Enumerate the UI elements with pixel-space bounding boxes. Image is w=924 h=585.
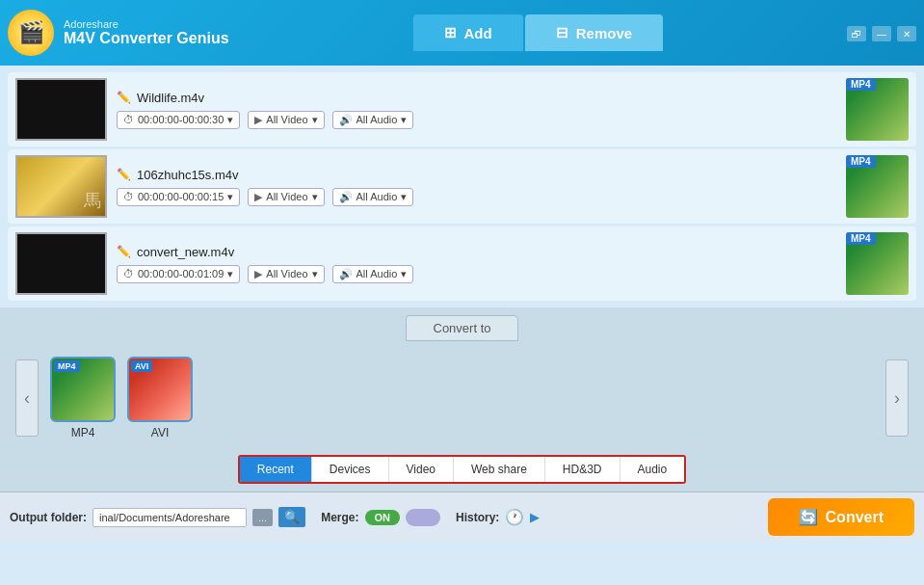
footer: Output folder: inal/Documents/Adoreshare… bbox=[0, 492, 924, 542]
chevron-down-icon: ▾ bbox=[312, 114, 318, 126]
video-icon: ▶ bbox=[254, 268, 262, 280]
audio-track-select[interactable]: 🔊 All Audio ▾ bbox=[332, 111, 414, 129]
video-track-select[interactable]: ▶ All Video ▾ bbox=[248, 188, 324, 206]
file-name-row: ✏️ convert_new.m4v bbox=[117, 245, 836, 259]
audio-icon: 🔊 bbox=[339, 114, 353, 126]
chevron-down-icon: ▾ bbox=[401, 191, 407, 203]
chevron-down-icon: ▾ bbox=[312, 268, 318, 280]
convert-icon: 🔄 bbox=[799, 508, 818, 526]
chevron-down-icon: ▾ bbox=[227, 114, 233, 126]
avi-format-icon[interactable]: AVI bbox=[127, 357, 193, 422]
format-item-avi[interactable]: AVI AVI bbox=[127, 357, 193, 439]
chevron-down-icon: ▾ bbox=[227, 191, 233, 203]
audio-track-select[interactable]: 🔊 All Audio ▾ bbox=[332, 188, 414, 206]
merge-switch[interactable] bbox=[406, 509, 440, 526]
close-button[interactable]: ✕ bbox=[897, 26, 916, 41]
format-next-button[interactable]: › bbox=[885, 359, 909, 437]
file-row: ✏️ convert_new.m4v ⏱ 00:00:00-00:01:09 ▾… bbox=[8, 226, 916, 301]
file-row: ✏️ Wildlife.m4v ⏱ 00:00:00-00:00:30 ▾ ▶ … bbox=[8, 72, 916, 146]
convert-to-bar: Convert to bbox=[8, 315, 916, 341]
format-icons: MP4 MP4 AVI AVI bbox=[39, 349, 885, 447]
file-row: 馬 ✏️ 106zhuhc15s.m4v ⏱ 00:00:00-00:00:15… bbox=[8, 149, 916, 224]
window-controls: 🗗 — ✕ bbox=[847, 24, 916, 41]
file-controls: ⏱ 00:00:00-00:01:09 ▾ ▶ All Video ▾ 🔊 Al… bbox=[117, 265, 836, 283]
add-icon: ⊞ bbox=[444, 24, 457, 41]
duration-select[interactable]: ⏱ 00:00:00-00:00:15 ▾ bbox=[117, 188, 240, 206]
tab-webshare[interactable]: Web share bbox=[454, 457, 545, 482]
tab-video[interactable]: Video bbox=[389, 457, 454, 482]
avi-badge-label: AVI bbox=[131, 360, 152, 372]
output-format-badge[interactable]: MP4 bbox=[846, 78, 909, 141]
duration-select[interactable]: ⏱ 00:00:00-00:01:09 ▾ bbox=[117, 265, 240, 283]
merge-area: Merge: ON bbox=[321, 509, 440, 526]
video-icon: ▶ bbox=[254, 114, 262, 126]
restore-button[interactable]: 🗗 bbox=[847, 26, 866, 41]
video-track-select[interactable]: ▶ All Video ▾ bbox=[248, 111, 324, 129]
clock-icon: ⏱ bbox=[123, 268, 134, 279]
file-info: ✏️ convert_new.m4v ⏱ 00:00:00-00:01:09 ▾… bbox=[117, 245, 836, 283]
file-name: Wildlife.m4v bbox=[137, 91, 204, 105]
history-arrow[interactable]: ▶ bbox=[530, 510, 540, 524]
format-item-mp4[interactable]: MP4 MP4 bbox=[50, 357, 116, 439]
chevron-down-icon: ▾ bbox=[401, 268, 407, 280]
clock-icon: ⏱ bbox=[123, 114, 134, 125]
tab-recent[interactable]: Recent bbox=[240, 457, 312, 482]
add-button[interactable]: ⊞ Add bbox=[413, 14, 523, 51]
file-list: ✏️ Wildlife.m4v ⏱ 00:00:00-00:00:30 ▾ ▶ … bbox=[0, 66, 924, 307]
edit-icon[interactable]: ✏️ bbox=[117, 168, 131, 181]
output-folder-label: Output folder: bbox=[10, 511, 87, 524]
edit-icon[interactable]: ✏️ bbox=[117, 91, 131, 104]
output-format-badge[interactable]: MP4 bbox=[846, 155, 909, 218]
output-folder-path: inal/Documents/Adoreshare bbox=[92, 508, 247, 527]
app-branding: 🎬 Adoreshare M4V Converter Genius bbox=[8, 10, 229, 56]
mp4-label: MP4 bbox=[71, 426, 95, 439]
history-icon[interactable]: 🕐 bbox=[505, 508, 524, 526]
output-format-badge[interactable]: MP4 bbox=[846, 232, 909, 295]
bottom-area: Convert to ‹ MP4 MP4 AVI AVI › Recent De… bbox=[0, 307, 924, 492]
search-folder-button[interactable]: 🔍 bbox=[278, 507, 305, 527]
audio-icon: 🔊 bbox=[339, 191, 353, 203]
chevron-down-icon: ▾ bbox=[312, 191, 318, 203]
file-info: ✏️ 106zhuhc15s.m4v ⏱ 00:00:00-00:00:15 ▾… bbox=[117, 168, 836, 206]
avi-label: AVI bbox=[151, 426, 169, 439]
merge-label: Merge: bbox=[321, 511, 358, 524]
chevron-down-icon: ▾ bbox=[227, 268, 233, 280]
audio-icon: 🔊 bbox=[339, 268, 353, 280]
chevron-down-icon: ▾ bbox=[401, 114, 407, 126]
file-controls: ⏱ 00:00:00-00:00:15 ▾ ▶ All Video ▾ 🔊 Al… bbox=[117, 188, 836, 206]
edit-icon[interactable]: ✏️ bbox=[117, 245, 131, 258]
file-thumbnail bbox=[15, 232, 107, 295]
mp4-badge-label: MP4 bbox=[54, 360, 80, 372]
app-logo: 🎬 bbox=[8, 10, 54, 56]
file-controls: ⏱ 00:00:00-00:00:30 ▾ ▶ All Video ▾ 🔊 Al… bbox=[117, 111, 836, 129]
format-prev-button[interactable]: ‹ bbox=[15, 359, 39, 437]
category-tabs: Recent Devices Video Web share HD&3D Aud… bbox=[238, 455, 686, 484]
remove-icon: ⊟ bbox=[556, 24, 568, 41]
file-name-row: ✏️ Wildlife.m4v bbox=[117, 91, 836, 105]
remove-button[interactable]: ⊟ Remove bbox=[525, 14, 663, 51]
file-thumbnail: 馬 bbox=[15, 155, 107, 218]
tab-hd3d[interactable]: HD&3D bbox=[545, 457, 620, 482]
duration-select[interactable]: ⏱ 00:00:00-00:00:30 ▾ bbox=[117, 111, 240, 129]
main-toolbar: ⊞ Add ⊟ Remove bbox=[413, 14, 664, 51]
browse-button[interactable]: ... bbox=[252, 509, 273, 526]
video-icon: ▶ bbox=[254, 191, 262, 203]
convert-button[interactable]: 🔄 Convert bbox=[768, 498, 914, 536]
minimize-button[interactable]: — bbox=[872, 26, 891, 41]
titlebar: 🎬 Adoreshare M4V Converter Genius ⊞ Add … bbox=[0, 0, 924, 66]
audio-track-select[interactable]: 🔊 All Audio ▾ bbox=[332, 265, 414, 283]
format-row: ‹ MP4 MP4 AVI AVI › bbox=[8, 349, 916, 447]
tab-audio[interactable]: Audio bbox=[620, 457, 685, 482]
tab-devices[interactable]: Devices bbox=[312, 457, 389, 482]
file-name: convert_new.m4v bbox=[137, 245, 234, 259]
file-name-row: ✏️ 106zhuhc15s.m4v bbox=[117, 168, 836, 182]
merge-toggle[interactable]: ON bbox=[365, 510, 401, 525]
convert-to-tab: Convert to bbox=[406, 315, 519, 341]
app-name: Adoreshare M4V Converter Genius bbox=[64, 18, 229, 47]
history-label: History: bbox=[456, 511, 499, 524]
video-track-select[interactable]: ▶ All Video ▾ bbox=[248, 265, 324, 283]
file-info: ✏️ Wildlife.m4v ⏱ 00:00:00-00:00:30 ▾ ▶ … bbox=[117, 91, 836, 129]
clock-icon: ⏱ bbox=[123, 191, 134, 202]
file-thumbnail bbox=[15, 78, 107, 141]
mp4-format-icon[interactable]: MP4 bbox=[50, 357, 116, 422]
